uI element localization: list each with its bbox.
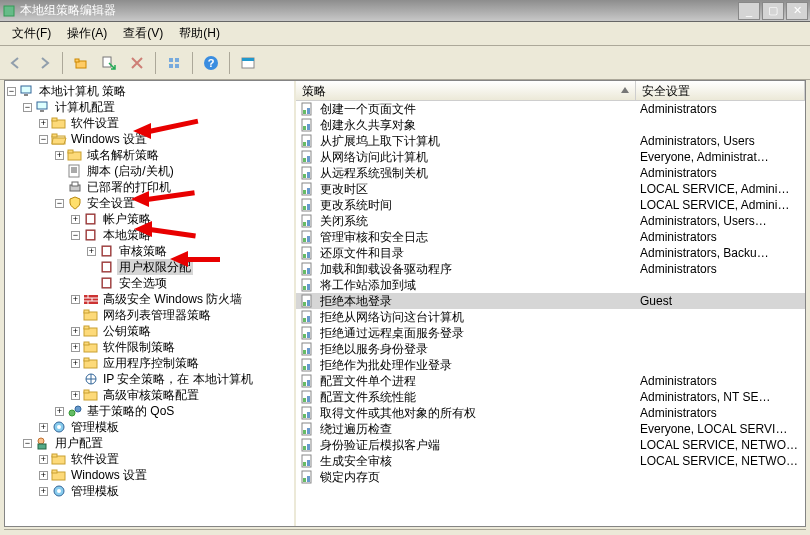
expand-toggle[interactable]: + xyxy=(71,327,80,336)
expand-toggle[interactable]: + xyxy=(71,343,80,352)
maximize-button[interactable]: ▢ xyxy=(762,2,784,20)
tree-audit-policy[interactable]: +审核策略 xyxy=(7,243,292,259)
tree-network-list[interactable]: 网络列表管理器策略 xyxy=(7,307,292,323)
list-rows[interactable]: 创建一个页面文件 Administrators 创建永久共享对象 从扩展坞上取下… xyxy=(296,101,805,526)
tree-qos[interactable]: +基于策略的 QoS xyxy=(7,403,292,419)
list-row[interactable]: 身份验证后模拟客户端 LOCAL SERVICE, NETWOR… xyxy=(296,437,805,453)
expand-toggle[interactable]: − xyxy=(7,87,16,96)
forward-button[interactable] xyxy=(32,51,56,75)
list-row[interactable]: 拒绝通过远程桌面服务登录 xyxy=(296,325,805,341)
tree-admin-templates[interactable]: +管理模板 xyxy=(7,419,292,435)
list-row[interactable]: 生成安全审核 LOCAL SERVICE, NETWOR… xyxy=(296,453,805,469)
help-button[interactable]: ? xyxy=(199,51,223,75)
tree-app-control[interactable]: +应用程序控制策略 xyxy=(7,355,292,371)
list-row[interactable]: 拒绝本地登录 Guest xyxy=(296,293,805,309)
tree-advanced-firewall[interactable]: +高级安全 Windows 防火墙 xyxy=(7,291,292,307)
svg-rect-99 xyxy=(303,318,306,322)
list-row[interactable]: 拒绝以服务身份登录 xyxy=(296,341,805,357)
tree-computer-config[interactable]: −计算机配置 xyxy=(7,99,292,115)
tree-label: 网络列表管理器策略 xyxy=(101,307,213,323)
list-row[interactable]: 将工作站添加到域 xyxy=(296,277,805,293)
list-row[interactable]: 创建永久共享对象 xyxy=(296,117,805,133)
list-row[interactable]: 关闭系统 Administrators, Users… xyxy=(296,213,805,229)
tree-local-policies[interactable]: −本地策略 xyxy=(7,227,292,243)
list-row[interactable]: 创建一个页面文件 Administrators xyxy=(296,101,805,117)
expand-toggle[interactable]: − xyxy=(23,103,32,112)
list-row[interactable]: 从网络访问此计算机 Everyone, Administrat… xyxy=(296,149,805,165)
policy-name: 拒绝本地登录 xyxy=(320,293,392,310)
minimize-button[interactable]: _ xyxy=(738,2,760,20)
back-button[interactable] xyxy=(4,51,28,75)
svg-rect-114 xyxy=(303,398,306,402)
policy-icon xyxy=(300,198,316,212)
properties-button[interactable] xyxy=(162,51,186,75)
list-row[interactable]: 加载和卸载设备驱动程序 Administrators xyxy=(296,261,805,277)
tree-security-settings[interactable]: −安全设置 xyxy=(7,195,292,211)
menu-action[interactable]: 操作(A) xyxy=(59,21,115,46)
list-row[interactable]: 更改时区 LOCAL SERVICE, Admini… xyxy=(296,181,805,197)
tree-advanced-audit[interactable]: +高级审核策略配置 xyxy=(7,387,292,403)
expand-toggle[interactable]: + xyxy=(55,407,64,416)
column-policy[interactable]: 策略 xyxy=(296,81,636,100)
menu-help[interactable]: 帮助(H) xyxy=(171,21,228,46)
expand-toggle[interactable]: + xyxy=(39,471,48,480)
tree-software-restriction[interactable]: +软件限制策略 xyxy=(7,339,292,355)
list-row[interactable]: 更改系统时间 LOCAL SERVICE, Admini… xyxy=(296,197,805,213)
export-button[interactable] xyxy=(97,51,121,75)
column-setting[interactable]: 安全设置 xyxy=(636,81,805,100)
list-row[interactable]: 配置文件单个进程 Administrators xyxy=(296,373,805,389)
expand-toggle[interactable]: + xyxy=(71,295,80,304)
policy-setting: LOCAL SERVICE, NETWOR… xyxy=(640,454,805,468)
expand-toggle[interactable]: − xyxy=(23,439,32,448)
tree-root[interactable]: −本地计算机 策略 xyxy=(7,83,292,99)
expand-toggle[interactable]: + xyxy=(87,247,96,256)
list-row[interactable]: 配置文件系统性能 Administrators, NT SE… xyxy=(296,389,805,405)
tree-user-windows[interactable]: +Windows 设置 xyxy=(7,467,292,483)
list-row[interactable]: 取得文件或其他对象的所有权 Administrators xyxy=(296,405,805,421)
expand-toggle[interactable]: + xyxy=(39,423,48,432)
menu-view[interactable]: 查看(V) xyxy=(115,21,171,46)
tree-deployed-printers[interactable]: 已部署的打印机 xyxy=(7,179,292,195)
close-button[interactable]: ✕ xyxy=(786,2,808,20)
list-row[interactable]: 从远程系统强制关机 Administrators xyxy=(296,165,805,181)
policy-setting: Administrators xyxy=(640,262,717,276)
list-row[interactable]: 管理审核和安全日志 Administrators xyxy=(296,229,805,245)
tree-dns-policy[interactable]: +域名解析策略 xyxy=(7,147,292,163)
tree-label: IP 安全策略，在 本地计算机 xyxy=(101,371,255,387)
policy-name: 拒绝通过远程桌面服务登录 xyxy=(320,325,464,342)
expand-toggle[interactable]: + xyxy=(71,391,80,400)
expand-toggle[interactable]: + xyxy=(39,455,48,464)
list-row[interactable]: 还原文件和目录 Administrators, Backu… xyxy=(296,245,805,261)
expand-toggle[interactable]: + xyxy=(39,119,48,128)
expand-toggle[interactable]: + xyxy=(71,359,80,368)
tree-user-software[interactable]: +软件设置 xyxy=(7,451,292,467)
tree-icon xyxy=(83,324,99,338)
tree-user-rights[interactable]: 用户权限分配 xyxy=(7,259,292,275)
tree-security-options[interactable]: 安全选项 xyxy=(7,275,292,291)
expand-toggle[interactable]: + xyxy=(39,487,48,496)
list-row[interactable]: 锁定内存页 xyxy=(296,469,805,485)
menu-file[interactable]: 文件(F) xyxy=(4,21,59,46)
expand-toggle[interactable]: − xyxy=(71,231,80,240)
tree-account-policies[interactable]: +帐户策略 xyxy=(7,211,292,227)
tree-panel[interactable]: −本地计算机 策略−计算机配置+软件设置−Windows 设置+域名解析策略脚本… xyxy=(5,81,296,526)
up-button[interactable] xyxy=(69,51,93,75)
tree-windows-settings[interactable]: −Windows 设置 xyxy=(7,131,292,147)
tree-icon xyxy=(67,164,83,178)
list-row[interactable]: 拒绝从网络访问这台计算机 xyxy=(296,309,805,325)
tree-user-admin[interactable]: +管理模板 xyxy=(7,483,292,499)
tree-software-settings[interactable]: +软件设置 xyxy=(7,115,292,131)
list-row[interactable]: 绕过遍历检查 Everyone, LOCAL SERVI… xyxy=(296,421,805,437)
list-row[interactable]: 从扩展坞上取下计算机 Administrators, Users xyxy=(296,133,805,149)
tree-public-key[interactable]: +公钥策略 xyxy=(7,323,292,339)
list-row[interactable]: 拒绝作为批处理作业登录 xyxy=(296,357,805,373)
expand-toggle[interactable]: − xyxy=(55,199,64,208)
action-button[interactable] xyxy=(236,51,260,75)
tree-ip-security[interactable]: IP 安全策略，在 本地计算机 xyxy=(7,371,292,387)
expand-toggle[interactable]: + xyxy=(71,215,80,224)
tree-user-config[interactable]: −用户配置 xyxy=(7,435,292,451)
expand-toggle[interactable]: − xyxy=(39,135,48,144)
expand-toggle[interactable]: + xyxy=(55,151,64,160)
tree-scripts[interactable]: 脚本 (启动/关机) xyxy=(7,163,292,179)
delete-button[interactable] xyxy=(125,51,149,75)
